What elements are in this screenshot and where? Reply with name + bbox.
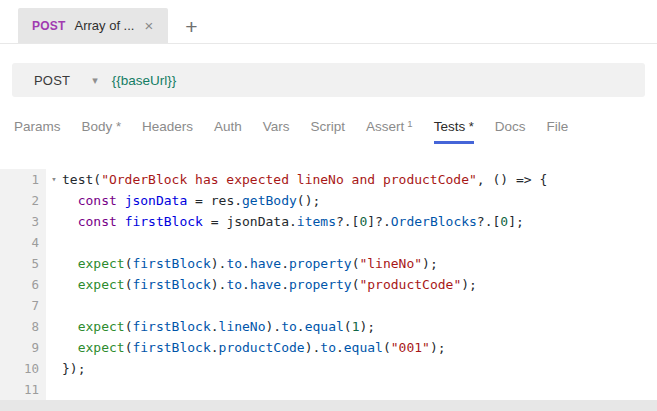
code-token: jsonData: [125, 193, 188, 208]
code-token: [117, 193, 125, 208]
code-token: firstBlock: [132, 319, 210, 334]
code-text: const jsonData = res.getBody();: [62, 190, 320, 211]
code-token: );: [359, 319, 375, 334]
code-token: to: [226, 256, 242, 271]
code-token: const: [78, 193, 117, 208]
code-token: ).: [305, 340, 321, 355]
method-selector[interactable]: POST: [34, 73, 70, 88]
code-token: "001": [391, 340, 430, 355]
fold-gutter: [46, 211, 62, 232]
code-token: ).: [211, 256, 227, 271]
code-token: );: [422, 256, 438, 271]
code-token: [62, 256, 78, 271]
editor-line: 3 const firstBlock = jsonData.items?.[0]…: [0, 211, 657, 232]
code-token: [62, 193, 78, 208]
line-number: 2: [0, 190, 46, 211]
fold-caret-icon[interactable]: ▾: [46, 169, 62, 190]
line-number: 1: [0, 169, 46, 190]
code-token: (: [93, 172, 101, 187]
line-number: 11: [0, 379, 46, 400]
tab-vars[interactable]: Vars: [263, 119, 290, 144]
code-token: firstBlock: [132, 340, 210, 355]
code-token: .: [281, 256, 289, 271]
editor-line: 7: [0, 295, 657, 316]
fold-gutter: [46, 337, 62, 358]
code-token: OrderBlocks: [391, 214, 477, 229]
tab-auth[interactable]: Auth: [214, 119, 242, 144]
code-token: , () => {: [477, 172, 547, 187]
code-token: .: [211, 340, 219, 355]
modified-indicator: *: [465, 119, 474, 134]
fold-gutter: [46, 379, 62, 400]
chevron-down-icon[interactable]: ▾: [92, 74, 98, 87]
modified-indicator: *: [112, 119, 121, 134]
request-section-tabs: ParamsBody *HeadersAuthVarsScriptAssert1…: [14, 119, 657, 144]
fold-gutter: [46, 316, 62, 337]
tab-bar: POST Array of ... × +: [0, 0, 657, 44]
code-token: property: [289, 256, 352, 271]
line-number: 8: [0, 316, 46, 337]
close-icon[interactable]: ×: [143, 18, 154, 33]
editor-line: 6 expect(firstBlock).to.have.property("p…: [0, 274, 657, 295]
tab-file[interactable]: File: [547, 119, 569, 144]
tests-code-editor[interactable]: 1▾test("OrderBlock has expected lineNo a…: [0, 160, 657, 400]
plus-icon: +: [185, 15, 197, 38]
code-token: ).: [211, 277, 227, 292]
code-token: have: [250, 256, 281, 271]
assert-count-badge: 1: [407, 118, 412, 129]
tab-label: Tests: [434, 119, 466, 134]
line-number: 5: [0, 253, 46, 274]
tab-body[interactable]: Body *: [82, 119, 121, 144]
code-text: expect(firstBlock).to.have.property("pro…: [62, 274, 477, 295]
tab-docs[interactable]: Docs: [495, 119, 526, 144]
url-input[interactable]: {{baseUrl}}: [112, 73, 177, 88]
code-token: getBody: [242, 193, 297, 208]
code-text: expect(firstBlock.productCode).to.equal(…: [62, 337, 446, 358]
tab-params[interactable]: Params: [14, 119, 61, 144]
tab-assert[interactable]: Assert1: [366, 119, 413, 144]
code-token: [62, 214, 78, 229]
code-token: );: [430, 340, 446, 355]
tab-label: Headers: [142, 119, 193, 134]
code-token: expect: [78, 277, 125, 292]
code-token: equal: [305, 319, 344, 334]
line-number: 6: [0, 274, 46, 295]
code-token: "productCode": [359, 277, 461, 292]
tab-label: File: [547, 119, 569, 134]
code-token: .: [211, 319, 219, 334]
fold-gutter: [46, 253, 62, 274]
code-token: [117, 214, 125, 229]
code-token: lineNo: [219, 319, 266, 334]
editor-line: 5 expect(firstBlock).to.have.property("l…: [0, 253, 657, 274]
code-text: test("OrderBlock has expected lineNo and…: [62, 169, 547, 190]
request-url-bar: POST ▾ {{baseUrl}}: [12, 63, 645, 97]
code-token: );: [461, 277, 477, 292]
editor-line: 8 expect(firstBlock.lineNo).to.equal(1);: [0, 316, 657, 337]
fold-gutter: [46, 190, 62, 211]
code-token: firstBlock: [125, 214, 203, 229]
new-tab-button[interactable]: +: [185, 16, 197, 37]
code-token: productCode: [219, 340, 305, 355]
code-text: });: [62, 358, 85, 379]
editor-line: 2 const jsonData = res.getBody();: [0, 190, 657, 211]
tab-label: Auth: [214, 119, 242, 134]
code-token: (: [344, 319, 352, 334]
editor-line: 11: [0, 379, 657, 400]
tab-headers[interactable]: Headers: [142, 119, 193, 144]
code-token: ).: [266, 319, 282, 334]
fold-gutter: [46, 274, 62, 295]
code-token: .: [281, 277, 289, 292]
code-text: expect(firstBlock.lineNo).to.equal(1);: [62, 316, 375, 337]
code-token: items: [297, 214, 336, 229]
request-tab[interactable]: POST Array of ... ×: [18, 8, 168, 43]
code-token: expect: [78, 319, 125, 334]
code-token: firstBlock: [132, 256, 210, 271]
code-token: expect: [78, 256, 125, 271]
line-number: 3: [0, 211, 46, 232]
code-token: property: [289, 277, 352, 292]
code-token: .: [242, 256, 250, 271]
code-token: ?.[: [477, 214, 500, 229]
tab-script[interactable]: Script: [311, 119, 346, 144]
tab-tests[interactable]: Tests *: [434, 119, 474, 144]
code-token: [62, 340, 78, 355]
